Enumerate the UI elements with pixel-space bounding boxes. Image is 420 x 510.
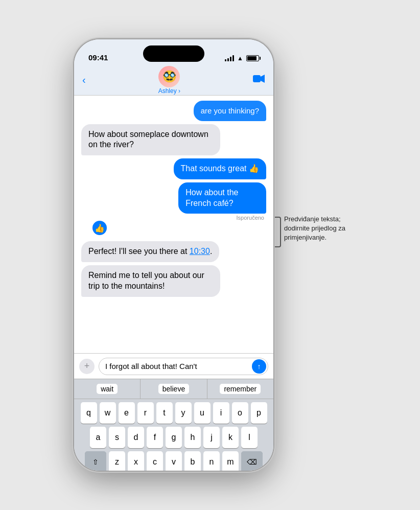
- key-h[interactable]: h: [184, 427, 201, 448]
- message-text-2: That sounds great 👍: [181, 164, 259, 173]
- messages-area: are you thinking? How about someplace do…: [74, 96, 273, 353]
- plus-icon: +: [84, 361, 90, 372]
- send-icon: ↑: [258, 362, 261, 370]
- key-v[interactable]: v: [166, 451, 182, 471]
- predictive-word-3[interactable]: remember: [207, 379, 273, 399]
- wifi-icon: ▲: [237, 55, 243, 62]
- annotation-box: Predviđanje teksta; dodirnite prijedlog …: [275, 215, 345, 247]
- message-row-partial: are you thinking?: [81, 101, 266, 121]
- key-e[interactable]: e: [119, 402, 135, 424]
- send-button[interactable]: ↑: [252, 359, 266, 374]
- delete-key[interactable]: ⌫: [241, 451, 263, 471]
- key-q[interactable]: q: [81, 402, 97, 424]
- input-area: + ↑: [74, 353, 273, 379]
- key-b[interactable]: b: [184, 451, 201, 471]
- avatar: 🥸: [158, 66, 180, 87]
- key-m[interactable]: m: [222, 451, 239, 471]
- key-y[interactable]: y: [175, 402, 192, 424]
- svg-marker-1: [261, 75, 265, 83]
- key-f[interactable]: f: [147, 427, 163, 448]
- status-time: 09:41: [88, 53, 108, 62]
- message-row-3: How about the French café?: [149, 182, 266, 214]
- message-text-4a: Perfect! I'll see you there at: [88, 247, 190, 256]
- message-text-3: How about the French café?: [185, 188, 238, 207]
- predictive-word-1[interactable]: wait: [74, 379, 141, 399]
- message-input[interactable]: [99, 358, 268, 375]
- back-button[interactable]: ‹: [82, 74, 86, 86]
- key-t[interactable]: t: [156, 402, 173, 424]
- keyboard: q w e r t y u i o p a s d f g h j k: [74, 399, 273, 471]
- message-text-partial: are you thinking?: [201, 106, 259, 115]
- keyboard-row-3: ⇧ z x c v b n m ⌫: [76, 451, 271, 471]
- message-row-2: That sounds great 👍: [81, 158, 266, 179]
- message-text-5: Remind me to tell you about our trip to …: [88, 271, 204, 290]
- message-bubble-4: Perfect! I'll see you there at 10:30.: [81, 241, 219, 262]
- key-a[interactable]: a: [90, 427, 106, 448]
- key-r[interactable]: r: [137, 402, 154, 424]
- message-bubble-3: How about the French café?: [178, 182, 266, 214]
- key-c[interactable]: c: [147, 451, 163, 471]
- time-link[interactable]: 10:30: [190, 247, 210, 256]
- keyboard-row-2: a s d f g h j k l: [76, 427, 271, 448]
- key-l[interactable]: l: [241, 427, 258, 448]
- predictive-text-bar: wait believe remember: [74, 379, 273, 399]
- message-bubble-1: How about someplace downtown on the rive…: [81, 124, 220, 156]
- message-text-1: How about someplace downtown on the rive…: [88, 130, 208, 149]
- dynamic-island: [143, 45, 204, 62]
- message-row-4: Perfect! I'll see you there at 10:30.: [81, 241, 266, 262]
- nav-bar: ‹ 🥸 Ashley ›: [74, 65, 273, 96]
- key-z[interactable]: z: [109, 451, 125, 471]
- input-wrapper: ↑: [99, 358, 268, 375]
- annotation-bracket: [275, 217, 281, 247]
- key-w[interactable]: w: [100, 402, 116, 424]
- message-text-4b: .: [210, 247, 212, 256]
- message-bubble-partial: are you thinking?: [194, 101, 266, 121]
- video-call-button[interactable]: [253, 74, 265, 86]
- add-attachment-button[interactable]: +: [79, 359, 95, 374]
- predictive-word-2[interactable]: believe: [141, 379, 207, 399]
- key-k[interactable]: k: [222, 427, 239, 448]
- key-u[interactable]: u: [194, 402, 211, 424]
- message-row-1: How about someplace downtown on the rive…: [81, 124, 266, 156]
- phone: 09:41 ▲ ‹ 🥸 Ashley ›: [74, 39, 273, 471]
- predictive-word-2-label: believe: [158, 384, 189, 394]
- key-x[interactable]: x: [128, 451, 144, 471]
- key-d[interactable]: d: [128, 427, 144, 448]
- phone-wrapper: 09:41 ▲ ‹ 🥸 Ashley ›: [0, 0, 347, 510]
- key-j[interactable]: j: [203, 427, 220, 448]
- tapback-thumbs-up: 👍: [91, 220, 108, 236]
- annotation-text: Predviđanje teksta; dodirnite prijedlog …: [284, 215, 345, 243]
- contact-name: Ashley ›: [158, 87, 180, 95]
- signal-bars-icon: [225, 55, 234, 61]
- keyboard-row-1: q w e r t y u i o p: [76, 402, 271, 424]
- nav-center[interactable]: 🥸 Ashley ›: [158, 66, 180, 95]
- svg-rect-0: [253, 75, 261, 82]
- battery-icon: [246, 55, 259, 61]
- shift-key[interactable]: ⇧: [85, 451, 106, 471]
- key-o[interactable]: o: [232, 402, 248, 424]
- key-i[interactable]: i: [213, 402, 229, 424]
- battery-fill: [247, 56, 256, 60]
- chevron-left-icon: ‹: [82, 74, 86, 86]
- status-icons: ▲: [225, 55, 259, 62]
- predictive-word-3-label: remember: [220, 384, 261, 394]
- annotation-wrapper: Predviđanje teksta; dodirnite prijedlog …: [275, 0, 347, 510]
- message-bubble-2: That sounds great 👍: [174, 158, 266, 179]
- predictive-word-1-label: wait: [97, 384, 118, 394]
- message-bubble-5: Remind me to tell you about our trip to …: [81, 265, 220, 297]
- key-n[interactable]: n: [203, 451, 220, 471]
- key-s[interactable]: s: [109, 427, 125, 448]
- key-p[interactable]: p: [251, 402, 267, 424]
- key-g[interactable]: g: [166, 427, 182, 448]
- message-row-5: Remind me to tell you about our trip to …: [81, 265, 266, 297]
